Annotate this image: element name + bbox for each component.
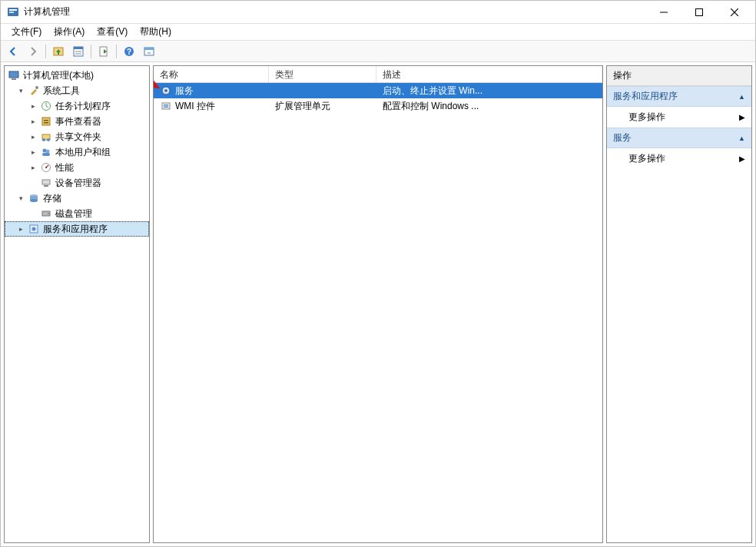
computer-icon [8, 69, 20, 81]
tools-icon [28, 85, 40, 97]
menu-file[interactable]: 文件(F) [5, 24, 48, 40]
list-body[interactable]: 服务 启动、终止并设置 Win... WMI 控件 扩展管理单元 配置和控制 W… [154, 83, 602, 542]
chevron-right-icon: ▶ [739, 113, 745, 121]
services-icon [28, 223, 40, 235]
svg-point-40 [32, 227, 36, 231]
toolbar: ? [1, 41, 755, 62]
section-label: 服务和应用程序 [613, 90, 678, 103]
tree-shared-folders[interactable]: ▸ 共享文件夹 [5, 129, 149, 144]
actions-section-services-apps[interactable]: 服务和应用程序 ▲ [607, 86, 751, 107]
column-name[interactable]: 名称 [154, 66, 269, 82]
toolbar-separator [116, 45, 117, 58]
maximize-button[interactable] [681, 1, 717, 24]
tree-label: 设备管理器 [54, 177, 103, 190]
tree-root[interactable]: 计算机管理(本地) [5, 68, 149, 83]
up-button[interactable] [49, 43, 68, 60]
cell-desc: 配置和控制 Windows ... [376, 100, 602, 113]
tree-label: 计算机管理(本地) [22, 69, 95, 82]
svg-point-36 [30, 199, 38, 202]
column-type[interactable]: 类型 [269, 66, 376, 82]
svg-text:?: ? [127, 48, 131, 56]
svg-point-26 [47, 138, 50, 141]
wmi-icon [160, 100, 172, 112]
tree-label: 存储 [41, 192, 63, 205]
menu-view[interactable]: 查看(V) [91, 24, 134, 40]
svg-point-42 [164, 89, 167, 92]
svg-rect-21 [42, 118, 50, 125]
svg-rect-2 [9, 12, 14, 13]
svg-rect-44 [164, 104, 168, 106]
expand-icon[interactable]: ▸ [28, 162, 38, 173]
storage-icon [28, 192, 40, 204]
cell-type: 扩展管理单元 [269, 100, 376, 113]
column-desc[interactable]: 描述 [376, 66, 602, 82]
cell-name: 服务 [175, 85, 194, 98]
back-button[interactable] [4, 43, 22, 60]
svg-rect-23 [44, 122, 48, 124]
expand-icon[interactable]: ▸ [15, 224, 26, 234]
tree-device-manager[interactable]: 设备管理器 [5, 175, 149, 191]
cell-name: WMI 控件 [175, 100, 215, 113]
actions-section-services[interactable]: 服务 ▲ [607, 128, 751, 148]
tree-label: 磁盘管理 [54, 207, 94, 220]
expand-icon[interactable]: ▸ [28, 116, 38, 127]
svg-rect-16 [144, 48, 154, 50]
help-button[interactable]: ? [120, 43, 138, 60]
tree-label: 系统工具 [41, 85, 81, 98]
list-row-wmi[interactable]: WMI 控件 扩展管理单元 配置和控制 Windows ... [154, 98, 602, 114]
expand-icon[interactable]: ▸ [28, 131, 38, 142]
clock-icon [40, 100, 52, 112]
tree-storage[interactable]: ▾ 存储 [5, 191, 149, 206]
event-icon [40, 115, 52, 128]
tree-event-viewer[interactable]: ▸ 事件查看器 [5, 114, 149, 129]
chevron-right-icon: ▶ [739, 154, 745, 163]
close-button[interactable] [717, 1, 752, 24]
properties-button[interactable] [69, 43, 88, 60]
link-label: 更多操作 [628, 111, 665, 124]
minimize-button[interactable] [646, 1, 681, 24]
collapse-icon[interactable]: ▾ [15, 85, 26, 96]
svg-rect-4 [696, 8, 703, 15]
collapse-icon[interactable]: ▾ [15, 193, 26, 204]
svg-point-31 [45, 167, 47, 168]
tree-task-scheduler[interactable]: ▸ 任务计划程序 [5, 98, 149, 114]
main-area: 计算机管理(本地) ▾ 系统工具 ▸ 任务计划程序 ▸ 事件查看器 ▸ 共享文件… [1, 62, 755, 546]
expand-icon[interactable]: ▸ [28, 101, 38, 111]
section-label: 服务 [613, 131, 632, 144]
toolbar-separator [45, 45, 46, 58]
performance-icon [40, 161, 52, 174]
app-icon [7, 6, 19, 18]
tree-label: 共享文件夹 [54, 131, 103, 144]
refresh-button[interactable] [140, 43, 158, 60]
actions-more-1[interactable]: 更多操作 ▶ [607, 107, 751, 128]
tree-pane: 计算机管理(本地) ▾ 系统工具 ▸ 任务计划程序 ▸ 事件查看器 ▸ 共享文件… [4, 65, 150, 543]
collapse-icon: ▲ [738, 93, 745, 101]
forward-button[interactable] [24, 43, 42, 60]
tree-disk-management[interactable]: 磁盘管理 [5, 206, 149, 221]
tree-services-apps[interactable]: ▸ 服务和应用程序 [5, 221, 149, 237]
menu-action[interactable]: 操作(A) [48, 24, 91, 40]
list-header: 名称 类型 描述 [154, 66, 602, 83]
disk-icon [40, 207, 52, 220]
export-button[interactable] [94, 43, 113, 60]
expand-icon[interactable]: ▸ [28, 147, 38, 157]
actions-pane: 操作 服务和应用程序 ▲ 更多操作 ▶ 服务 ▲ 更多操作 ▶ [606, 65, 752, 543]
tree-label: 性能 [54, 161, 75, 174]
tree[interactable]: 计算机管理(本地) ▾ 系统工具 ▸ 任务计划程序 ▸ 事件查看器 ▸ 共享文件… [5, 66, 149, 542]
tree-performance[interactable]: ▸ 性能 [5, 160, 149, 175]
svg-point-25 [42, 138, 45, 141]
menu-help[interactable]: 帮助(H) [134, 24, 177, 40]
gear-icon [160, 85, 172, 97]
actions-more-2[interactable]: 更多操作 ▶ [607, 148, 751, 169]
svg-rect-29 [42, 153, 50, 156]
svg-rect-9 [74, 47, 83, 49]
tree-label: 任务计划程序 [54, 100, 112, 113]
tree-system-tools[interactable]: ▾ 系统工具 [5, 83, 149, 98]
tree-local-users[interactable]: ▸ 本地用户和组 [5, 144, 149, 160]
tree-label: 事件查看器 [54, 115, 103, 128]
svg-rect-22 [44, 120, 48, 121]
users-icon [40, 146, 52, 158]
list-row-services[interactable]: 服务 启动、终止并设置 Win... [154, 83, 602, 98]
menubar: 文件(F) 操作(A) 查看(V) 帮助(H) [1, 24, 755, 41]
svg-rect-1 [9, 9, 17, 11]
